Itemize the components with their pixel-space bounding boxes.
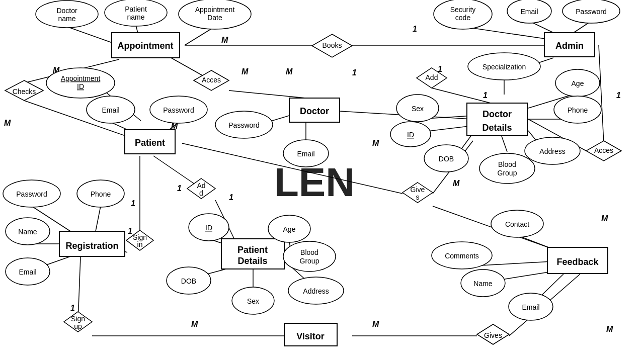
attr-email-feedback: Email — [509, 293, 553, 320]
attr-securitycode: Security code — [434, 0, 492, 29]
signup-label: Sign — [71, 315, 85, 323]
phone-doctor-text: Phone — [568, 106, 588, 114]
email-admin-text: Email — [520, 8, 538, 16]
seccode-text2: code — [455, 14, 471, 22]
comments-feedback-text: Comments — [445, 252, 479, 260]
password-admin-text: Password — [576, 8, 606, 16]
attr-contact-feedback: Contact — [491, 210, 543, 237]
attr-dob-patient: DOB — [167, 267, 211, 294]
apptdate-text2: Date — [207, 14, 222, 22]
entity-patient: Patient — [125, 130, 175, 154]
password-patient-text: Password — [163, 106, 194, 114]
feedback-label: Feedback — [556, 257, 599, 267]
attr-specialization: Specialization — [468, 53, 540, 80]
attr-appointmentdate: Appointment Date — [179, 0, 251, 29]
add2-label: Ad — [197, 182, 205, 190]
admin-label: Admin — [555, 41, 584, 51]
attr-name-feedback: Name — [461, 269, 505, 297]
card-1-books-admin: 1 — [413, 25, 417, 33]
conn-phone-registration — [96, 206, 101, 231]
card-m-gives-patient: M — [372, 139, 379, 147]
dob-patient-text: DOB — [181, 277, 196, 285]
attr-email-reg: Email — [6, 258, 50, 285]
acces2-label: Acces — [594, 146, 613, 154]
card-1-registration-signup: 1 — [70, 304, 75, 312]
attr-password-doctor: Password — [215, 111, 273, 138]
email-reg-text: Email — [19, 268, 36, 276]
attr-phone-doctor: Phone — [554, 96, 601, 123]
password-reg-text: Password — [16, 190, 47, 198]
attr-password-patient: Password — [150, 96, 207, 123]
card-m-gives2-feedback: M — [606, 325, 613, 333]
bloodgroup-patient-text1: Blood — [300, 248, 318, 256]
address-doctor-text: Address — [539, 147, 565, 155]
signin-label2: in — [137, 240, 143, 248]
relationship-gives2: Gives — [477, 324, 509, 344]
attr-age-doctor: Age — [555, 69, 600, 97]
apptid-text1: Appointment — [61, 74, 101, 82]
attr-dob-doctor: DOB — [424, 145, 468, 172]
attr-password-admin: Password — [562, 0, 620, 23]
card-1-add2-patientdetails: 1 — [229, 193, 233, 202]
card-m-acces1-left: M — [242, 67, 249, 76]
attr-address-doctor: Address — [525, 137, 580, 164]
dob-doctor-text: DOB — [439, 155, 454, 163]
signup-label2: up — [74, 322, 82, 330]
entity-admin: Admin — [544, 33, 595, 57]
conn-admin-acces2 — [599, 45, 604, 143]
entity-doctordetails: Doctor Details — [467, 103, 527, 136]
attr-email-admin: Email — [507, 0, 551, 23]
id-doctor-text: ID — [407, 131, 414, 139]
patientdetails-label2: Details — [237, 256, 267, 266]
relationship-books: Books — [312, 34, 352, 57]
email-feedback-text: Email — [522, 303, 539, 311]
conn-seccode-admin — [463, 27, 548, 39]
attr-name-reg: Name — [6, 218, 50, 245]
attr-comments-feedback: Comments — [432, 242, 492, 269]
visitor-label: Visitor — [296, 331, 325, 341]
gives1-label2: s — [416, 193, 420, 201]
watermark-text: LEN — [274, 160, 355, 205]
seccode-text1: Security — [450, 6, 476, 14]
card-1-patient-add2: 1 — [177, 184, 182, 193]
bloodgroup-doctor-text1: Blood — [498, 160, 516, 168]
doctor-label: Doctor — [300, 106, 329, 116]
attr-password-reg: Password — [3, 180, 60, 207]
sex-doctor-text: Sex — [412, 105, 424, 113]
relationship-signup: Sign up — [64, 312, 92, 332]
attr-appointmentid: Appointment ID — [46, 68, 115, 98]
conn-acces1-doctor — [229, 90, 306, 98]
relationship-checks: Checks — [5, 80, 43, 101]
attr-id-doctor: ID — [390, 122, 431, 147]
attr-id-patient: ID — [189, 214, 229, 241]
entity-visitor: Visitor — [284, 323, 337, 346]
age-doctor-text: Age — [572, 79, 584, 87]
checks-label: Checks — [13, 87, 36, 96]
registration-label: Registration — [65, 241, 118, 251]
patientname-text1: Patient — [125, 5, 147, 13]
doctordetails-label1: Doctor — [482, 109, 512, 119]
card-m-acces1-right: M — [286, 67, 293, 76]
relationship-gives1: Give s — [403, 183, 433, 203]
card-1-signin-registration: 1 — [128, 227, 132, 235]
relationship-add1: Add — [417, 68, 447, 88]
age-patient-text: Age — [283, 225, 296, 233]
entity-appointment: Appointment — [112, 33, 180, 58]
card-m-appointment-books: M — [221, 36, 228, 44]
attr-sex-patient: Sex — [232, 287, 274, 314]
attr-phone-reg: Phone — [77, 180, 124, 207]
attr-sex-doctor: Sex — [396, 95, 439, 122]
card-1-add-right: 1 — [483, 91, 488, 100]
password-doctor-text: Password — [228, 121, 259, 129]
attr-bloodgroup-doctor: Blood Group — [479, 153, 535, 184]
contact-feedback-text: Contact — [505, 220, 529, 228]
gives1-label: Give — [411, 186, 425, 194]
phone-reg-text: Phone — [91, 190, 111, 198]
specialization-text: Specialization — [482, 63, 526, 71]
patientdetails-label1: Patient — [237, 245, 268, 255]
patientname-text2: name — [127, 13, 144, 21]
card-1-acces2-right: 1 — [616, 91, 621, 100]
add1-label: Add — [426, 73, 438, 81]
name-feedback-text: Name — [473, 280, 493, 288]
doctorname-text1: Doctor — [56, 7, 77, 15]
